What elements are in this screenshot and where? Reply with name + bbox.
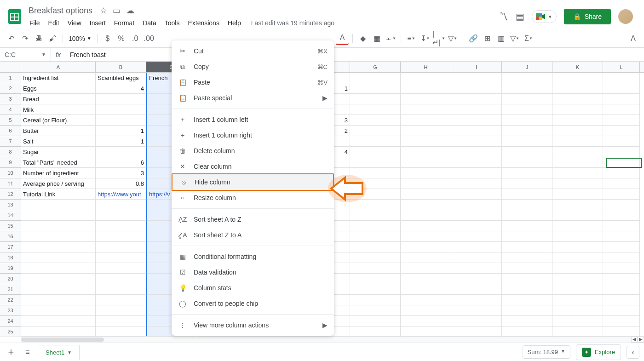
cell[interactable] [603, 115, 640, 126]
cell[interactable]: Milk [21, 104, 96, 115]
cell[interactable]: 3 [96, 168, 146, 178]
star-icon[interactable]: ☆ [100, 6, 107, 16]
row-header[interactable]: 12 [0, 189, 21, 200]
row-header[interactable]: 10 [0, 168, 21, 178]
cell[interactable] [552, 115, 603, 126]
row-header[interactable]: 16 [0, 231, 21, 242]
cell[interactable] [552, 252, 603, 263]
cell[interactable] [552, 168, 603, 178]
cell[interactable] [502, 295, 552, 305]
cell[interactable] [96, 221, 146, 231]
cell[interactable] [552, 94, 603, 104]
cell[interactable] [350, 252, 401, 263]
cell[interactable] [502, 210, 552, 221]
quicksum[interactable]: Sum: 18.99 ▼ [523, 345, 570, 359]
cell[interactable] [350, 327, 401, 337]
cell[interactable] [21, 295, 96, 305]
all-sheets-button[interactable]: ≡ [21, 346, 34, 359]
cell[interactable] [603, 252, 640, 263]
cell[interactable] [451, 178, 502, 189]
cell[interactable] [552, 316, 603, 327]
menu-item-insert-1-column-right[interactable]: +Insert 1 column right [172, 127, 334, 143]
cell[interactable] [502, 231, 552, 242]
cell[interactable] [21, 263, 96, 274]
functions-button[interactable]: Σ ▼ [522, 32, 535, 45]
menu-insert[interactable]: Insert [86, 17, 109, 29]
cell[interactable]: Sugar [21, 147, 96, 157]
cell[interactable] [603, 295, 640, 305]
menu-item-data-validation[interactable]: ☑Data validation [172, 264, 334, 280]
cell[interactable] [552, 231, 603, 242]
cell[interactable] [401, 221, 451, 231]
cell[interactable] [96, 94, 146, 104]
cell[interactable] [401, 83, 451, 94]
row-header[interactable]: 20 [0, 274, 21, 284]
cell[interactable] [21, 274, 96, 284]
cell[interactable] [21, 316, 96, 327]
row-header[interactable]: 1 [0, 73, 21, 83]
cell[interactable] [451, 252, 502, 263]
cell[interactable] [401, 263, 451, 274]
cell[interactable] [451, 295, 502, 305]
cell[interactable] [96, 316, 146, 327]
cell[interactable] [552, 157, 603, 168]
cell[interactable] [603, 147, 640, 157]
cell[interactable] [451, 126, 502, 136]
row-header[interactable]: 19 [0, 263, 21, 274]
cell[interactable] [96, 115, 146, 126]
menu-item-sort-sheet-z-to-a[interactable]: Z͓ASort sheet Z to A [172, 227, 334, 243]
menu-item-view-more-column-actions[interactable]: ⋮View more column actions▶ [172, 317, 334, 333]
row-header[interactable]: 9 [0, 157, 21, 168]
menu-item-copy[interactable]: ⧉Copy⌘C [172, 59, 334, 74]
cell[interactable] [21, 284, 96, 295]
menu-item-column-stats[interactable]: 💡Column stats [172, 280, 334, 296]
cell[interactable] [401, 284, 451, 295]
cell[interactable] [350, 284, 401, 295]
cell[interactable] [350, 210, 401, 221]
cell[interactable]: Tutorial Link [21, 189, 96, 200]
menu-item-cut[interactable]: ✂Cut⌘X [172, 43, 334, 59]
cell[interactable] [552, 327, 603, 337]
cell[interactable]: 1 [96, 126, 146, 136]
cell[interactable] [96, 147, 146, 157]
row-header[interactable]: 25 [0, 327, 21, 337]
cell[interactable]: 0.8 [96, 178, 146, 189]
cell[interactable] [502, 136, 552, 147]
cell[interactable] [401, 242, 451, 252]
cell[interactable] [451, 316, 502, 327]
decrease-decimal-button[interactable]: .0 [129, 32, 142, 45]
filter-button[interactable]: ▽ ▼ [508, 32, 521, 45]
cell[interactable] [502, 147, 552, 157]
row-header[interactable]: 21 [0, 284, 21, 295]
col-header-H[interactable]: H [401, 62, 451, 72]
cell[interactable] [603, 83, 640, 94]
link-button[interactable]: 🔗 [467, 32, 480, 45]
cell[interactable] [502, 104, 552, 115]
cell[interactable] [552, 83, 603, 94]
cell[interactable] [603, 327, 640, 337]
col-header-I[interactable]: I [451, 62, 502, 72]
cell[interactable] [451, 73, 502, 83]
cell[interactable] [502, 263, 552, 274]
cell[interactable] [21, 327, 96, 337]
menu-item-hide-column[interactable]: ⦸Hide column [172, 173, 334, 191]
cell[interactable] [451, 189, 502, 200]
print-button[interactable]: 🖶 [32, 32, 45, 45]
menu-edit[interactable]: Edit [45, 17, 63, 29]
cell[interactable] [451, 221, 502, 231]
cell[interactable] [401, 157, 451, 168]
menu-item-convert-to-people-chip[interactable]: ◯Convert to people chip [172, 296, 334, 311]
cell[interactable] [401, 178, 451, 189]
cell[interactable] [451, 115, 502, 126]
cell[interactable] [552, 284, 603, 295]
cell[interactable] [21, 231, 96, 242]
cell[interactable] [603, 274, 640, 284]
cell[interactable] [552, 274, 603, 284]
cell[interactable] [603, 73, 640, 83]
cell[interactable] [603, 200, 640, 210]
cell[interactable] [21, 200, 96, 210]
cell[interactable] [401, 305, 451, 316]
row-header[interactable]: 23 [0, 305, 21, 316]
menu-data[interactable]: Data [139, 17, 160, 29]
cell[interactable]: Average price / serving [21, 178, 96, 189]
